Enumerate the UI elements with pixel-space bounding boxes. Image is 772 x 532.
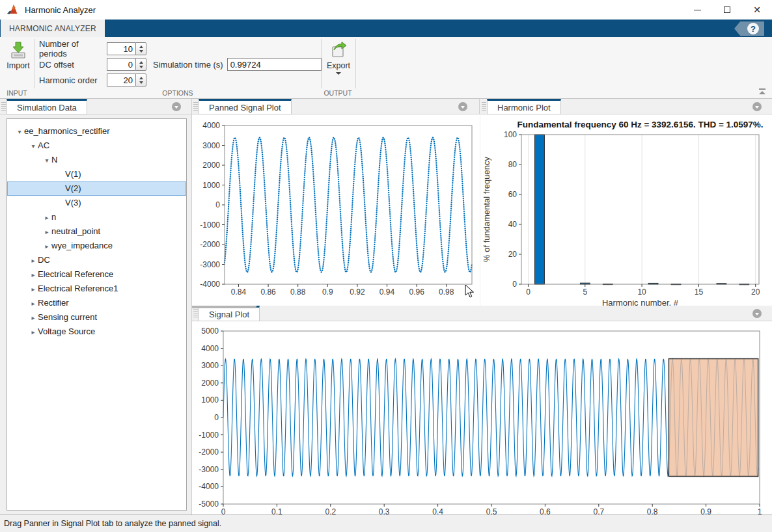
tree-item[interactable]: ▸neutral_point <box>7 224 186 239</box>
panned-signal-plot[interactable]: 0.840.860.880.90.920.940.960.98-4000-300… <box>192 114 480 306</box>
svg-text:20: 20 <box>751 287 760 297</box>
help-icon: ? <box>747 23 759 34</box>
tree-expander-closed-icon[interactable]: ▸ <box>29 282 38 297</box>
dc-offset-input[interactable] <box>107 58 135 71</box>
toolstrip-separator <box>355 39 356 88</box>
tree-item[interactable]: ▾N <box>7 153 186 167</box>
tree-item[interactable]: V(3) <box>7 196 186 210</box>
tree-item[interactable]: ▸n <box>7 210 186 224</box>
export-button[interactable]: Export <box>323 41 354 75</box>
dc-offset-label: DC offset <box>39 60 107 70</box>
tab-harmonic-plot[interactable]: Harmonic Plot <box>487 99 561 114</box>
svg-text:100: 100 <box>504 130 517 139</box>
svg-text:5: 5 <box>583 287 587 297</box>
tree-expander-closed-icon[interactable]: ▸ <box>29 297 38 311</box>
title-bar: Harmonic Analyzer ✕ <box>0 0 772 20</box>
tree-item[interactable]: ▸Rectifier <box>7 296 186 310</box>
tree-expander-open-icon[interactable]: ▾ <box>15 125 24 139</box>
svg-text:-1000: -1000 <box>200 220 220 230</box>
section-label-input: INPUT <box>0 89 34 97</box>
dc-offset-spin-buttons[interactable] <box>135 58 146 71</box>
panel-grip-icon[interactable] <box>482 102 486 111</box>
svg-text:10: 10 <box>637 287 646 297</box>
chevron-down-icon <box>461 106 465 109</box>
svg-text:0.3: 0.3 <box>379 507 390 514</box>
tree-item-label: DC <box>38 255 50 265</box>
spin-up-icon <box>139 46 143 48</box>
tree-item-label: Electrical Reference1 <box>38 284 118 293</box>
tree-item[interactable]: ▾ee_harmonics_rectifier <box>7 124 186 139</box>
number-of-periods-spin-buttons[interactable] <box>135 42 146 55</box>
number-of-periods-input[interactable] <box>107 42 135 55</box>
tree-item[interactable]: ▸Electrical Reference1 <box>7 282 186 296</box>
maximize-button[interactable] <box>712 0 742 20</box>
svg-text:0.86: 0.86 <box>260 287 276 297</box>
svg-text:-2000: -2000 <box>199 447 219 457</box>
tree-item[interactable]: ▸Voltage Source <box>7 325 186 339</box>
svg-text:0.9: 0.9 <box>322 287 333 297</box>
minimize-button[interactable] <box>682 0 712 20</box>
tab-simulation-data[interactable]: Simulation Data <box>7 99 87 114</box>
import-button[interactable]: Import <box>3 41 34 70</box>
svg-text:4000: 4000 <box>202 121 220 130</box>
tree-expander-closed-icon[interactable]: ▸ <box>29 254 38 268</box>
panel-grip-icon[interactable] <box>193 309 198 318</box>
svg-text:-3000: -3000 <box>200 260 220 269</box>
tab-harmonic-analyzer[interactable]: HARMONIC ANALYZER <box>1 20 105 37</box>
tree-item-label: V(2) <box>65 183 81 193</box>
tree-item[interactable]: ▸wye_impedance <box>7 239 186 253</box>
tree-item-label: V(3) <box>65 198 81 207</box>
tree-expander-closed-icon[interactable]: ▸ <box>42 225 51 239</box>
collapse-icon <box>759 88 765 90</box>
app-logo-icon <box>7 4 20 16</box>
tree-expander-closed-icon[interactable]: ▸ <box>29 311 38 325</box>
toolstrip-separator <box>321 39 322 88</box>
panel-minimize-button[interactable] <box>458 102 467 111</box>
help-button[interactable]: ? <box>734 21 764 36</box>
export-icon <box>329 41 348 59</box>
tree-expander-closed-icon[interactable]: ▸ <box>42 239 51 254</box>
window-title: Harmonic Analyzer <box>25 5 96 15</box>
svg-text:-4000: -4000 <box>200 280 220 289</box>
number-of-periods-label: Number of periods <box>39 39 107 59</box>
tree-item[interactable]: ▸DC <box>7 253 186 267</box>
close-button[interactable]: ✕ <box>742 0 772 20</box>
collapse-toolstrip-button[interactable] <box>758 88 767 94</box>
svg-text:-2000: -2000 <box>200 240 220 249</box>
svg-text:20: 20 <box>508 250 517 259</box>
harmonic-order-spin-buttons[interactable] <box>135 73 146 86</box>
svg-text:60: 60 <box>508 190 517 199</box>
signal-plot[interactable]: 00.10.20.30.40.50.60.70.80.91-5000-4000-… <box>192 321 772 514</box>
panel-minimize-button[interactable] <box>172 102 181 111</box>
export-dropdown-icon <box>336 72 341 75</box>
harmonic-order-label: Harmonic order <box>39 75 107 85</box>
panel-minimize-button[interactable] <box>752 102 762 111</box>
chevron-down-icon <box>755 313 759 315</box>
tree-item[interactable]: ▾AC <box>7 139 186 153</box>
tree-item[interactable]: V(2) <box>7 181 186 196</box>
tree-item[interactable]: ▸Electrical Reference <box>7 267 186 282</box>
panel-resize-handle[interactable] <box>192 306 256 308</box>
collapse-icon <box>759 91 765 94</box>
panel-grip-icon[interactable] <box>1 102 6 111</box>
minimize-icon <box>694 10 701 10</box>
ribbon-tab-strip: HARMONIC ANALYZER ? <box>0 20 772 37</box>
tree-item[interactable]: ▸Sensing current <box>7 310 186 325</box>
svg-text:-5000: -5000 <box>199 499 219 509</box>
simulation-time-input[interactable] <box>227 58 322 71</box>
tree-expander-open-icon[interactable]: ▾ <box>42 153 51 168</box>
tree-expander-closed-icon[interactable]: ▸ <box>29 325 38 339</box>
svg-text:0.92: 0.92 <box>350 287 365 297</box>
panel-grip-icon[interactable] <box>193 102 198 111</box>
tree-expander-open-icon[interactable]: ▾ <box>29 139 38 153</box>
harmonic-order-input[interactable] <box>107 73 135 86</box>
tree-item[interactable]: V(1) <box>7 167 186 181</box>
tree-expander-closed-icon[interactable]: ▸ <box>42 211 51 225</box>
svg-text:15: 15 <box>695 287 704 297</box>
svg-text:0: 0 <box>215 200 220 209</box>
tab-panned-signal-plot[interactable]: Panned Signal Plot <box>199 99 292 114</box>
harmonic-plot[interactable]: 05101520020406080100Fundamental frequenc… <box>480 114 772 306</box>
tree-expander-closed-icon[interactable]: ▸ <box>29 268 38 282</box>
panel-minimize-button[interactable] <box>752 309 762 318</box>
harmonic-plot-tab-row: Harmonic Plot <box>480 99 772 114</box>
